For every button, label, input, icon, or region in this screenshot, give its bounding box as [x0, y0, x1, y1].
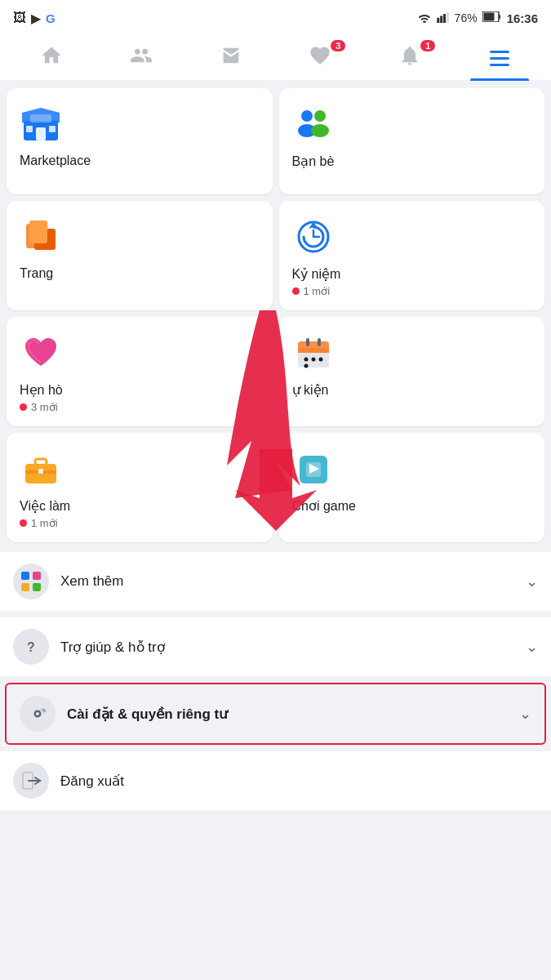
svg-point-29 — [304, 364, 308, 368]
cai-dat-chevron: ⌄ — [519, 705, 531, 723]
xem-them-icon-wrapper — [13, 564, 49, 599]
svg-point-46 — [36, 712, 39, 715]
svg-rect-34 — [35, 459, 47, 466]
viec-lam-dot — [20, 519, 27, 527]
battery-percent: 76% — [455, 11, 478, 24]
svg-rect-41 — [21, 583, 29, 591]
list-item-tro-giup[interactable]: ? Trợ giúp & hỗ trợ ⌄ — [0, 617, 551, 676]
nav-bar: 3 1 — [0, 36, 551, 82]
viec-lam-title: Việc làm — [20, 498, 70, 514]
list-item-xem-them[interactable]: Xem thêm ⌄ — [0, 552, 551, 611]
svg-rect-8 — [36, 127, 46, 140]
list-section-xem-them: Xem thêm ⌄ — [0, 552, 551, 611]
ky-niem-badge: 1 mới — [292, 285, 331, 297]
home-icon — [40, 44, 63, 73]
marketplace-icon — [20, 103, 62, 145]
svg-rect-18 — [29, 220, 47, 243]
ban-be-title: Bạn bè — [292, 154, 335, 169]
signal-icon — [437, 11, 450, 25]
dang-xuat-text: Đăng xuất — [60, 773, 538, 790]
hen-ho-badge: 3 mới — [20, 401, 58, 413]
svg-rect-30 — [306, 338, 309, 346]
card-ky-niem[interactable]: Kỷ niệm 1 mới — [279, 201, 545, 310]
choi-game-icon — [292, 448, 335, 490]
card-marketplace[interactable]: Marketplace — [7, 88, 273, 194]
nav-menu[interactable] — [463, 35, 536, 81]
svg-point-28 — [318, 358, 322, 362]
svg-rect-2 — [443, 14, 446, 23]
svg-rect-35 — [38, 469, 43, 474]
svg-point-26 — [304, 358, 308, 362]
trang-title: Trang — [20, 266, 53, 281]
status-bar: 🖼 ▶ G 76% 16:36 — [0, 0, 551, 36]
card-trang[interactable]: Trang — [7, 201, 273, 310]
hamburger-icon — [490, 51, 509, 66]
ky-niem-icon — [292, 216, 335, 258]
list-item-cai-dat[interactable]: Cài đặt & quyền riêng tư ⌄ — [5, 683, 546, 745]
time-display: 16:36 — [507, 11, 538, 25]
svg-point-15 — [311, 124, 329, 137]
nav-home[interactable] — [15, 35, 88, 81]
dang-xuat-icon-wrapper — [13, 763, 49, 799]
nav-favorites[interactable]: 3 — [283, 35, 357, 81]
notifications-badge: 1 — [420, 40, 435, 51]
ky-niem-badge-text: 1 mới — [304, 285, 331, 297]
choi-game-title: Chơi game — [292, 498, 356, 514]
nav-marketplace[interactable] — [194, 35, 268, 81]
viec-lam-badge: 1 mới — [20, 517, 58, 529]
tro-giup-icon-wrapper: ? — [13, 629, 49, 665]
svg-rect-3 — [446, 11, 448, 22]
svg-rect-40 — [33, 572, 41, 580]
svg-rect-9 — [26, 126, 33, 132]
favorites-nav-icon — [309, 44, 331, 73]
svg-rect-6 — [483, 13, 494, 21]
svg-rect-0 — [437, 17, 439, 22]
su-kien-title: ự kiện — [292, 382, 329, 398]
youtube-icon: ▶ — [31, 11, 41, 26]
nav-notifications[interactable]: 1 — [373, 35, 447, 81]
svg-rect-11 — [30, 114, 51, 122]
xem-them-chevron: ⌄ — [526, 572, 538, 590]
svg-rect-25 — [298, 348, 329, 353]
hen-ho-title: Hẹn hò — [20, 382, 63, 398]
svg-point-12 — [301, 110, 313, 122]
card-viec-lam[interactable]: Việc làm 1 mới — [7, 433, 273, 542]
svg-rect-10 — [49, 126, 56, 132]
battery-icon — [482, 11, 500, 24]
hen-ho-badge-text: 3 mới — [31, 401, 58, 413]
menu-grid: Marketplace Bạn bè — [0, 82, 551, 549]
tro-giup-chevron: ⌄ — [526, 638, 538, 656]
card-choi-game[interactable]: Chơi game — [279, 433, 545, 542]
marketplace-nav-icon — [220, 44, 242, 73]
picture-icon: 🖼 — [13, 11, 26, 25]
status-right: 76% 16:36 — [417, 11, 538, 25]
status-left: 🖼 ▶ G — [13, 11, 56, 26]
wifi-icon — [417, 11, 432, 25]
main-content: Marketplace Bạn bè — [0, 82, 551, 810]
viec-lam-icon — [20, 448, 62, 490]
ban-be-icon — [292, 103, 335, 145]
svg-rect-1 — [440, 16, 442, 23]
card-su-kien[interactable]: ự kiện — [279, 317, 545, 426]
favorites-badge: 3 — [331, 40, 345, 51]
svg-point-27 — [311, 358, 315, 362]
svg-rect-5 — [499, 15, 500, 19]
svg-rect-31 — [318, 338, 321, 346]
cai-dat-wrapper: Cài đặt & quyền riêng tư ⌄ — [0, 683, 551, 745]
card-hen-ho[interactable]: Hẹn hò 3 mới — [7, 317, 273, 426]
card-ban-be[interactable]: Bạn bè — [279, 88, 545, 194]
list-item-dang-xuat[interactable]: Đăng xuất — [0, 751, 551, 810]
ky-niem-dot — [292, 287, 300, 295]
list-section-dang-xuat: Đăng xuất — [0, 751, 551, 810]
list-section-tro-giup: ? Trợ giúp & hỗ trợ ⌄ — [0, 617, 551, 676]
svg-rect-39 — [21, 572, 29, 580]
g-icon: G — [46, 11, 56, 25]
tro-giup-text: Trợ giúp & hỗ trợ — [60, 639, 526, 656]
list-sections: Xem thêm ⌄ ? Trợ giúp & hỗ trợ ⌄ — [0, 552, 551, 810]
su-kien-icon — [292, 332, 335, 374]
svg-rect-42 — [33, 583, 41, 591]
trang-icon — [20, 216, 62, 258]
friends-nav-icon — [130, 44, 153, 73]
nav-friends[interactable] — [104, 35, 178, 81]
marketplace-title: Marketplace — [20, 154, 91, 168]
